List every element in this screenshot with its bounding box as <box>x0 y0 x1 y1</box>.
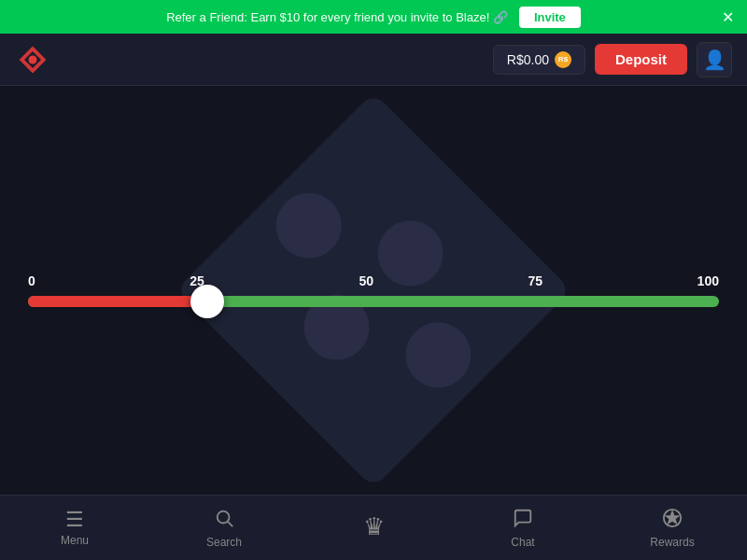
nav-menu-label: Menu <box>61 534 89 547</box>
tick-0: 0 <box>28 273 35 288</box>
nav-chat-label: Chat <box>511 536 534 549</box>
header-right: R$0.00 R$ Deposit 👤 <box>493 42 732 77</box>
tick-50: 50 <box>359 273 374 288</box>
logo[interactable] <box>15 42 50 77</box>
footer-nav: ☰ Menu Search ♛ Chat Rewards <box>0 495 747 560</box>
svg-point-3 <box>218 511 230 523</box>
nav-rewards-label: Rewards <box>650 536 694 549</box>
balance-button[interactable]: R$0.00 R$ <box>493 45 585 75</box>
game-area: 0 25 50 75 100 <box>0 86 747 495</box>
nav-search-label: Search <box>206 536 242 549</box>
svg-point-2 <box>29 55 37 63</box>
slider-track-container <box>19 296 728 307</box>
rewards-icon <box>662 508 683 532</box>
svg-line-4 <box>228 522 233 526</box>
referral-banner: Refer a Friend: Earn $10 for every frien… <box>0 0 747 34</box>
diamond-circle-left <box>262 179 355 272</box>
tick-75: 75 <box>529 273 543 288</box>
banner-close-button[interactable]: ✕ <box>722 8 734 26</box>
slider-area: 0 25 50 75 100 <box>19 273 728 307</box>
header: R$0.00 R$ Deposit 👤 <box>0 34 747 86</box>
invite-button[interactable]: Invite <box>519 7 581 28</box>
search-icon <box>214 508 234 532</box>
nav-menu[interactable]: ☰ Menu <box>0 496 149 560</box>
crown-icon: ♛ <box>363 514 385 539</box>
diamond-circle-right <box>392 309 485 401</box>
tick-labels: 0 25 50 75 100 <box>19 273 728 288</box>
slider-thumb[interactable] <box>190 285 224 318</box>
menu-icon: ☰ <box>65 510 84 530</box>
banner-text: Refer a Friend: Earn $10 for every frien… <box>166 10 508 24</box>
nav-search[interactable]: Search <box>149 496 299 560</box>
deposit-button[interactable]: Deposit <box>595 44 687 75</box>
balance-coin-icon: R$ <box>555 51 571 68</box>
chat-icon <box>513 508 533 532</box>
tick-100: 100 <box>698 273 719 288</box>
balance-value: R$0.00 <box>507 52 549 67</box>
user-icon: 👤 <box>703 49 726 71</box>
user-avatar-button[interactable]: 👤 <box>697 42 732 77</box>
nav-rewards[interactable]: Rewards <box>598 496 747 560</box>
slider-track <box>28 296 719 307</box>
slider-track-red <box>28 296 207 307</box>
nav-chat[interactable]: Chat <box>448 496 598 560</box>
nav-crown[interactable]: ♛ <box>299 496 448 560</box>
